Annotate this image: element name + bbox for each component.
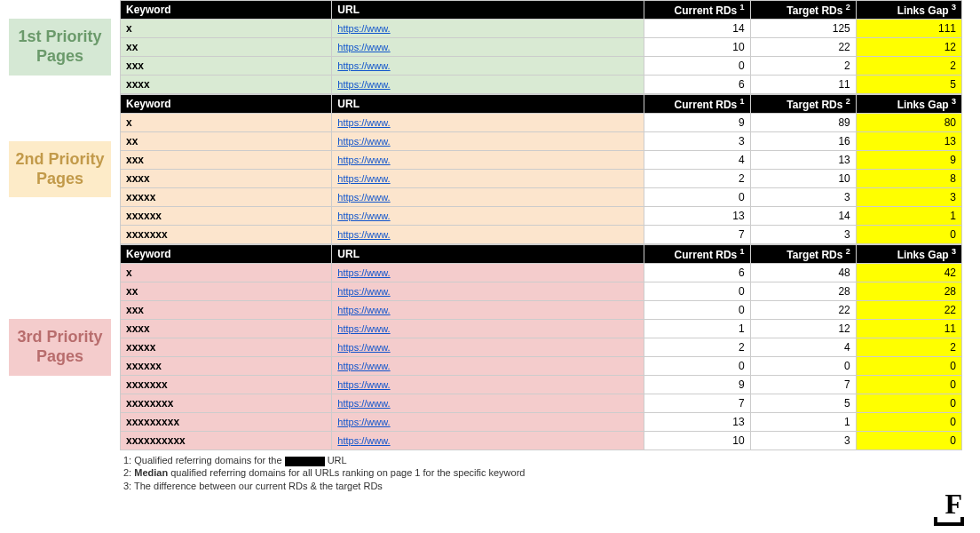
table-row: xxxxxxxxx https://www. 13 1 0 <box>121 413 962 432</box>
cell-url: https://www. <box>332 226 644 244</box>
cell-gap: 22 <box>856 301 961 320</box>
cell-keyword: xxxxxx <box>121 207 332 226</box>
cell-current: 4 <box>644 151 750 170</box>
url-link[interactable]: https://www. <box>337 398 390 409</box>
url-link[interactable]: https://www. <box>337 342 390 353</box>
cell-keyword: xxxxxxx <box>121 376 332 394</box>
url-link[interactable]: https://www. <box>337 42 390 52</box>
cell-gap: 0 <box>856 394 961 413</box>
cell-url: https://www. <box>332 394 644 413</box>
url-link[interactable]: https://www. <box>337 117 390 128</box>
priority-label: 3rd Priority Pages <box>9 319 111 375</box>
cell-url: https://www. <box>332 338 644 357</box>
url-link[interactable]: https://www. <box>337 23 390 34</box>
cell-gap: 3 <box>856 188 961 207</box>
cell-keyword: xxxx <box>121 320 332 338</box>
url-link[interactable]: https://www. <box>337 79 390 90</box>
table-row: xxx https://www. 0 22 22 <box>121 301 962 320</box>
cell-gap: 28 <box>856 282 961 301</box>
priority-section: 2nd Priority Pages Keyword URL Current R… <box>0 94 962 244</box>
url-link[interactable]: https://www. <box>337 192 390 203</box>
priority-table: Keyword URL Current RDs 1 Target RDs 2 L… <box>120 0 962 94</box>
cell-target: 7 <box>750 376 856 394</box>
url-link[interactable]: https://www. <box>337 136 390 147</box>
cell-gap: 9 <box>856 151 961 170</box>
cell-url: https://www. <box>332 320 644 338</box>
cell-url: https://www. <box>332 114 644 132</box>
url-link[interactable]: https://www. <box>337 60 390 71</box>
priority-table: Keyword URL Current RDs 1 Target RDs 2 L… <box>120 244 962 450</box>
url-link[interactable]: https://www. <box>337 173 390 184</box>
cell-url: https://www. <box>332 188 644 207</box>
url-link[interactable]: https://www. <box>337 286 390 297</box>
redacted-word <box>285 457 325 466</box>
url-link[interactable]: https://www. <box>337 305 390 315</box>
cell-url: https://www. <box>332 301 644 320</box>
url-link[interactable]: https://www. <box>337 361 390 371</box>
table-row: xxxxx https://www. 0 3 3 <box>121 188 962 207</box>
cell-gap: 0 <box>856 357 961 376</box>
table-row: xxxxxxx https://www. 9 7 0 <box>121 376 962 394</box>
cell-current: 1 <box>644 320 750 338</box>
cell-target: 13 <box>750 151 856 170</box>
cell-url: https://www. <box>332 76 644 94</box>
cell-target: 2 <box>750 57 856 76</box>
cell-target: 12 <box>750 320 856 338</box>
table-row: xx https://www. 0 28 28 <box>121 282 962 301</box>
cell-target: 11 <box>750 76 856 94</box>
col-url: URL <box>332 95 644 114</box>
cell-current: 0 <box>644 282 750 301</box>
cell-keyword: xxxxxxxxx <box>121 413 332 432</box>
url-link[interactable]: https://www. <box>337 323 390 334</box>
logo-underline-icon <box>934 517 964 526</box>
cell-current: 13 <box>644 207 750 226</box>
table-row: xxxxxxx https://www. 7 3 0 <box>121 226 962 244</box>
cell-keyword: x <box>121 20 332 38</box>
col-current-rds: Current RDs 1 <box>644 245 750 264</box>
cell-current: 2 <box>644 338 750 357</box>
url-link[interactable]: https://www. <box>337 229 390 240</box>
cell-keyword: xxxxxxxxxx <box>121 432 332 450</box>
cell-keyword: xxx <box>121 301 332 320</box>
cell-current: 13 <box>644 413 750 432</box>
col-current-rds: Current RDs 1 <box>644 95 750 114</box>
table-row: xxxx https://www. 6 11 5 <box>121 76 962 94</box>
cell-current: 6 <box>644 76 750 94</box>
cell-current: 2 <box>644 170 750 188</box>
cell-url: https://www. <box>332 264 644 282</box>
table-row: xxxx https://www. 1 12 11 <box>121 320 962 338</box>
col-links-gap: Links Gap 3 <box>856 1 961 20</box>
table-row: x https://www. 14 125 111 <box>121 20 962 38</box>
cell-target: 16 <box>750 132 856 151</box>
cell-keyword: xx <box>121 38 332 57</box>
url-link[interactable]: https://www. <box>337 435 390 446</box>
cell-url: https://www. <box>332 357 644 376</box>
cell-url: https://www. <box>332 57 644 76</box>
cell-url: https://www. <box>332 376 644 394</box>
cell-url: https://www. <box>332 20 644 38</box>
url-link[interactable]: https://www. <box>337 267 390 278</box>
cell-gap: 11 <box>856 320 961 338</box>
cell-gap: 13 <box>856 132 961 151</box>
cell-keyword: xxxx <box>121 76 332 94</box>
cell-target: 3 <box>750 432 856 450</box>
table-row: x https://www. 9 89 80 <box>121 114 962 132</box>
footnotes: 1: Qualified referring domains for the U… <box>120 450 980 492</box>
col-target-rds: Target RDs 2 <box>750 245 856 264</box>
url-link[interactable]: https://www. <box>337 417 390 427</box>
table-row: xxxxxxxxxx https://www. 10 3 0 <box>121 432 962 450</box>
cell-url: https://www. <box>332 132 644 151</box>
cell-gap: 0 <box>856 413 961 432</box>
cell-target: 4 <box>750 338 856 357</box>
cell-target: 89 <box>750 114 856 132</box>
cell-target: 125 <box>750 20 856 38</box>
url-link[interactable]: https://www. <box>337 379 390 390</box>
table-row: xxxxx https://www. 2 4 2 <box>121 338 962 357</box>
url-link[interactable]: https://www. <box>337 211 390 221</box>
url-link[interactable]: https://www. <box>337 155 390 165</box>
cell-target: 3 <box>750 226 856 244</box>
cell-keyword: xxxxx <box>121 188 332 207</box>
cell-gap: 0 <box>856 226 961 244</box>
cell-target: 22 <box>750 38 856 57</box>
cell-target: 0 <box>750 357 856 376</box>
